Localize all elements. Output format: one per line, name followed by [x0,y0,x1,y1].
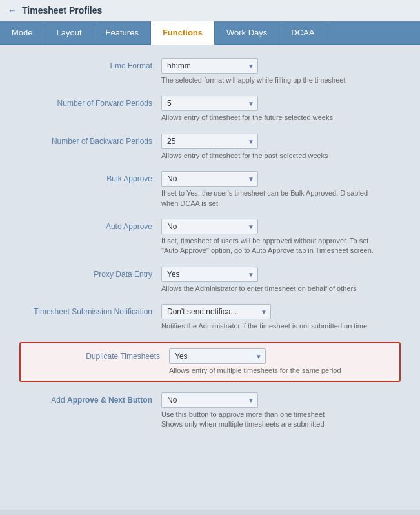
approve-next-label: Add Approve & Next Button [19,392,161,405]
bulk-approve-row: Bulk Approve No Yes ▼ If set to Yes, the… [19,171,401,208]
auto-approve-select[interactable]: No Yes [161,219,258,234]
submission-notification-control: Don't send notifica... Send notification… [161,304,401,331]
content-area: Time Format hh:mm hh:mm:ss decimal ▼ The… [0,45,420,510]
tab-features[interactable]: Features [94,21,151,44]
proxy-data-entry-hint: Allows the Administrator to enter timesh… [161,284,381,294]
approve-next-select[interactable]: No Yes [161,392,258,408]
approve-next-control: No Yes ▼ Use this button to approve more… [161,392,401,430]
tab-dcaa[interactable]: DCAA [279,21,326,44]
backward-periods-select[interactable]: 25 5101520 3052 [161,134,258,149]
auto-approve-hint: If set, timesheet of users will be appro… [161,236,381,256]
submission-notification-select[interactable]: Don't send notifica... Send notification… [161,304,271,319]
auto-approve-row: Auto Approve No Yes ▼ If set, timesheet … [19,219,401,256]
time-format-select-wrapper: hh:mm hh:mm:ss decimal ▼ [161,58,258,74]
forward-periods-select-wrapper: 5 1234 678910 ▼ [161,96,258,111]
time-format-label: Time Format [19,58,161,70]
tab-bar: Mode Layout Features Functions Work Days… [0,21,420,45]
back-button[interactable]: ← [8,5,17,15]
backward-periods-control: 25 5101520 3052 ▼ Allows entry of timesh… [161,134,401,161]
time-format-select[interactable]: hh:mm hh:mm:ss decimal [161,58,258,74]
tab-layout[interactable]: Layout [45,21,94,44]
approve-next-hint: Use this button to approve more than one… [161,410,381,430]
duplicate-timesheets-select-wrapper: Yes No ▼ [169,348,266,364]
backward-periods-label: Number of Backward Periods [19,134,161,146]
submission-notification-hint: Notifies the Administrator if the timesh… [161,321,381,331]
bulk-approve-select-wrapper: No Yes ▼ [161,171,258,187]
duplicate-timesheets-select[interactable]: Yes No [169,348,266,364]
time-format-hint: The selected format will apply while fil… [161,76,381,85]
backward-periods-row: Number of Backward Periods 25 5101520 30… [19,134,401,161]
time-format-row: Time Format hh:mm hh:mm:ss decimal ▼ The… [19,58,401,85]
submission-notification-row: Timesheet Submission Notification Don't … [19,304,401,331]
proxy-data-entry-label: Proxy Data Entry [19,267,161,279]
proxy-data-entry-select[interactable]: Yes No [161,267,258,282]
submission-notification-label: Timesheet Submission Notification [19,304,161,316]
forward-periods-control: 5 1234 678910 ▼ Allows entry of timeshee… [161,96,401,123]
tab-functions[interactable]: Functions [151,21,215,45]
duplicate-timesheets-inner: Duplicate Timesheets Yes No ▼ Allows ent… [27,348,393,376]
forward-periods-row: Number of Forward Periods 5 1234 678910 … [19,96,401,123]
proxy-data-entry-control: Yes No ▼ Allows the Administrator to ent… [161,267,401,294]
tab-mode[interactable]: Mode [0,21,45,44]
bulk-approve-hint: If set to Yes, the user's timesheet can … [161,188,381,208]
duplicate-timesheets-hint: Allows entry of multiple timesheets for … [169,366,388,376]
duplicate-timesheets-label: Duplicate Timesheets [27,348,169,361]
forward-periods-hint: Allows entry of timesheet for the future… [161,113,381,123]
proxy-data-entry-row: Proxy Data Entry Yes No ▼ Allows the Adm… [19,267,401,294]
header: ← Timesheet Profiles [0,0,420,21]
approve-next-select-wrapper: No Yes ▼ [161,392,258,408]
submission-notification-select-wrapper: Don't send notifica... Send notification… [161,304,271,319]
bulk-approve-control: No Yes ▼ If set to Yes, the user's times… [161,171,401,208]
forward-periods-label: Number of Forward Periods [19,96,161,108]
approve-next-label-bold: Approve & Next Button [67,396,152,405]
backward-periods-select-wrapper: 25 5101520 3052 ▼ [161,134,258,149]
proxy-data-entry-select-wrapper: Yes No ▼ [161,267,258,282]
duplicate-timesheets-control: Yes No ▼ Allows entry of multiple timesh… [169,348,393,376]
bulk-approve-label: Bulk Approve [19,171,161,183]
page-title: Timesheet Profiles [22,5,102,15]
backward-periods-hint: Allows entry of timesheet for the past s… [161,151,381,161]
auto-approve-select-wrapper: No Yes ▼ [161,219,258,234]
tab-workdays[interactable]: Work Days [215,21,279,44]
bulk-approve-select[interactable]: No Yes [161,171,258,187]
auto-approve-control: No Yes ▼ If set, timesheet of users will… [161,219,401,256]
forward-periods-select[interactable]: 5 1234 678910 [161,96,258,111]
duplicate-timesheets-highlighted-row: Duplicate Timesheets Yes No ▼ Allows ent… [19,342,401,382]
approve-next-row: Add Approve & Next Button No Yes ▼ Use t… [19,392,401,430]
auto-approve-label: Auto Approve [19,219,161,231]
time-format-control: hh:mm hh:mm:ss decimal ▼ The selected fo… [161,58,401,85]
